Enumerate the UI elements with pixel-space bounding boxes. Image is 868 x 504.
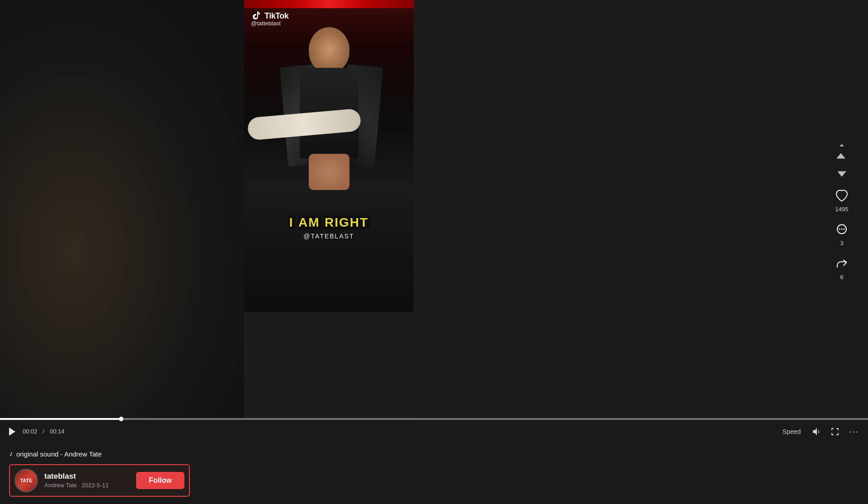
share-button[interactable]: [834, 256, 850, 272]
play-button[interactable]: [7, 426, 17, 437]
like-button[interactable]: [834, 188, 850, 204]
like-action[interactable]: 1495: [834, 188, 850, 213]
like-count: 1495: [835, 206, 849, 213]
sound-text: original sound - Andrew Tate: [16, 450, 102, 458]
controls-bar: 00:02 / 00:14 Speed ···: [0, 420, 868, 442]
more-options-button[interactable]: ···: [847, 424, 861, 438]
right-area: [416, 0, 868, 418]
speed-button[interactable]: Speed: [779, 426, 804, 437]
progress-bar[interactable]: [0, 418, 868, 420]
current-time: 00:02: [23, 428, 38, 435]
comment-count: 3: [840, 240, 843, 247]
play-icon: [9, 428, 15, 436]
comment-button[interactable]: [834, 222, 850, 238]
tiktok-brand-text: TikTok: [264, 11, 288, 21]
user-meta: Andrew Tate · 2022-5-11: [44, 482, 108, 489]
video-wrapper: TikTok @tatteblast I AM RIGHT @TATEBLAST: [0, 0, 868, 418]
main-container: TikTok @tatteblast I AM RIGHT @TATEBLAST: [0, 0, 868, 504]
caption-word-am: AM: [297, 215, 321, 229]
svg-point-2: [841, 228, 843, 230]
caption-word-right: RIGHT: [323, 215, 370, 229]
bottom-info: ♪ original sound - Andrew Tate TATE tate…: [0, 442, 868, 504]
volume-button[interactable]: [810, 425, 823, 438]
avatar-text: TATE: [20, 478, 32, 483]
user-avatar[interactable]: TATE: [14, 469, 38, 492]
left-blur: [0, 0, 244, 418]
video-content[interactable]: TikTok @tatteblast I AM RIGHT @TATEBLAST: [244, 0, 414, 312]
follow-button[interactable]: Follow: [136, 472, 184, 489]
svg-point-1: [839, 228, 840, 230]
video-text-overlay: I AM RIGHT @TATEBLAST: [244, 215, 414, 240]
username[interactable]: tateblast: [44, 472, 130, 481]
comment-action[interactable]: 3: [834, 222, 850, 247]
caption-handle: @TATEBLAST: [244, 233, 414, 240]
side-actions: 1495 3: [834, 138, 850, 281]
share-count: 6: [840, 274, 843, 281]
caption-word-i: I: [288, 215, 295, 229]
fullscreen-button[interactable]: [829, 425, 841, 438]
figure-head: [309, 27, 349, 72]
music-note-icon: ♪: [9, 450, 13, 458]
share-action[interactable]: 6: [834, 256, 850, 281]
svg-point-3: [844, 228, 845, 230]
video-frame: TikTok @tatteblast I AM RIGHT @TATEBLAST: [244, 0, 414, 312]
total-time: 00:14: [50, 428, 65, 435]
nav-up-button[interactable]: [835, 138, 849, 161]
sound-info: ♪ original sound - Andrew Tate: [9, 450, 859, 458]
nav-down-button[interactable]: [835, 170, 848, 179]
figure-belly: [309, 154, 349, 190]
progress-fill: [0, 418, 122, 420]
time-separator: /: [43, 428, 45, 435]
progress-remaining: [122, 418, 868, 420]
red-light-bar: [244, 0, 414, 8]
tiktok-username: @tatteblast: [251, 20, 281, 27]
user-details: tateblast Andrew Tate · 2022-5-11: [44, 472, 130, 489]
user-row: TATE tateblast Andrew Tate · 2022-5-11 F…: [9, 464, 190, 497]
